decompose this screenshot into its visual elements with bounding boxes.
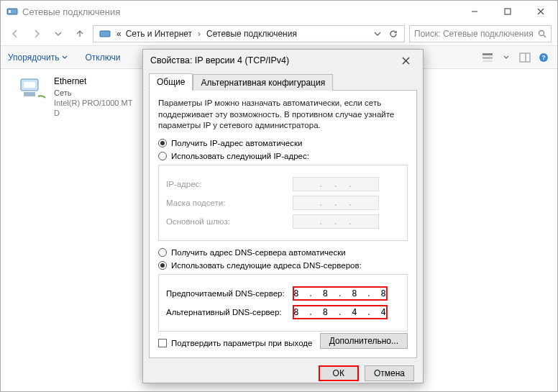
- radio-icon: [158, 139, 167, 147]
- dialog-buttons: ОК Отмена: [143, 358, 423, 381]
- subnet-mask-input: ...: [293, 196, 379, 210]
- ip-group: IP-адрес: ... Маска подсети: ... Основно…: [158, 165, 408, 241]
- advanced-button[interactable]: Дополнительно...: [320, 333, 408, 349]
- organize-menu[interactable]: Упорядочить: [8, 53, 68, 63]
- radio-ip-manual[interactable]: Использовать следующий IP-адрес:: [158, 152, 408, 160]
- disable-device-button[interactable]: Отключи: [85, 53, 120, 63]
- breadcrumb[interactable]: « Сеть и Интернет › Сетевые подключения: [93, 25, 405, 42]
- preferred-dns-row: Предпочитаемый DNS-сервер: 8.8.8.8: [166, 286, 400, 301]
- gateway-row: Основной шлюз: ...: [166, 214, 400, 229]
- cancel-button[interactable]: Отмена: [365, 365, 414, 381]
- svg-rect-3: [505, 9, 511, 14]
- radio-dns-manual[interactable]: Использовать следующие адреса DNS-сервер…: [158, 261, 408, 270]
- svg-line-8: [544, 35, 546, 37]
- search-input[interactable]: Поиск: Сетевые подключения: [409, 25, 552, 42]
- chevron-right-icon: ›: [198, 29, 201, 39]
- chevron-down-icon[interactable]: [50, 25, 67, 42]
- tab-alternate[interactable]: Альтернативная конфигурация: [193, 74, 333, 91]
- subnet-mask-row: Маска подсети: ...: [166, 196, 400, 210]
- adapter-item-ethernet[interactable]: Ethernet Сеть Intel(R) PRO/1000 MT D: [18, 76, 140, 118]
- checkbox-confirm-exit[interactable]: [158, 339, 167, 347]
- nav-forward[interactable]: [28, 25, 45, 42]
- svg-rect-9: [482, 53, 493, 55]
- alternate-dns-row: Альтернативный DNS-сервер: 8.8.4.4: [166, 305, 400, 319]
- address-bar-row: « Сеть и Интернет › Сетевые подключения …: [1, 22, 557, 45]
- svg-rect-1: [9, 10, 11, 13]
- maximize-button[interactable]: [491, 1, 524, 22]
- breadcrumb-seg1[interactable]: Сеть и Интернет: [126, 29, 192, 39]
- chevron-down-icon: [62, 55, 68, 60]
- adapter-icon: [18, 76, 47, 102]
- ipv4-properties-dialog: Свойства: IP версии 4 (TCP/IPv4) Общие А…: [142, 49, 424, 383]
- svg-rect-10: [482, 57, 493, 59]
- network-icon: [6, 6, 18, 17]
- adapter-device: Intel(R) PRO/1000 MT D: [54, 98, 140, 119]
- details-pane-icon[interactable]: [518, 51, 531, 64]
- radio-icon: [158, 248, 167, 257]
- dialog-close-button[interactable]: [395, 50, 416, 70]
- nav-up[interactable]: [71, 25, 88, 42]
- breadcrumb-prefix: «: [116, 29, 122, 39]
- network-folder-icon: [98, 27, 112, 40]
- ip-address-row: IP-адрес: ...: [166, 177, 400, 191]
- breadcrumb-seg2[interactable]: Сетевые подключения: [206, 29, 297, 39]
- chevron-down-icon[interactable]: [371, 27, 384, 40]
- radio-icon: [158, 152, 167, 160]
- alternate-dns-input[interactable]: 8.8.4.4: [293, 305, 388, 319]
- gateway-input: ...: [293, 214, 379, 229]
- search-icon: [538, 29, 546, 38]
- radio-ip-auto[interactable]: Получить IP-адрес автоматически: [158, 139, 408, 147]
- titlebar: Сетевые подключения: [1, 1, 557, 22]
- tab-general[interactable]: Общие: [149, 73, 193, 91]
- dialog-title: Свойства: IP версии 4 (TCP/IPv4): [150, 55, 289, 65]
- chevron-down-icon[interactable]: [500, 51, 513, 64]
- svg-rect-18: [24, 92, 35, 96]
- dialog-tabs: Общие Альтернативная конфигурация: [143, 73, 423, 90]
- close-button[interactable]: [524, 1, 557, 22]
- nav-back[interactable]: [6, 25, 24, 42]
- adapter-group: Сеть: [54, 88, 140, 98]
- svg-rect-6: [100, 31, 110, 37]
- minimize-button[interactable]: [458, 1, 491, 22]
- svg-text:?: ?: [541, 54, 546, 61]
- svg-rect-12: [520, 53, 530, 62]
- tab-panel-general: Параметры IP можно назначать автоматичес…: [149, 90, 417, 358]
- explorer-window: Сетевые подключения « Сеть и Интернет › …: [0, 0, 558, 392]
- adapter-name: Ethernet: [54, 76, 140, 88]
- radio-dns-auto[interactable]: Получить адрес DNS-сервера автоматически: [158, 248, 408, 257]
- preferred-dns-input[interactable]: 8.8.8.8: [293, 286, 388, 301]
- radio-icon: [158, 261, 167, 270]
- ip-address-input: ...: [293, 177, 379, 191]
- help-icon[interactable]: ?: [537, 51, 550, 64]
- refresh-icon[interactable]: [387, 27, 400, 40]
- window-title: Сетевые подключения: [22, 6, 120, 17]
- search-placeholder: Поиск: Сетевые подключения: [414, 29, 534, 39]
- svg-rect-11: [482, 60, 493, 62]
- view-options-icon[interactable]: [481, 51, 494, 64]
- dns-group: Предпочитаемый DNS-сервер: 8.8.8.8 Альте…: [158, 274, 408, 332]
- dialog-titlebar: Свойства: IP версии 4 (TCP/IPv4): [143, 50, 423, 71]
- description-text: Параметры IP можно назначать автоматичес…: [158, 98, 408, 132]
- svg-rect-17: [24, 82, 35, 88]
- svg-point-7: [539, 31, 544, 36]
- ok-button[interactable]: ОК: [319, 365, 359, 381]
